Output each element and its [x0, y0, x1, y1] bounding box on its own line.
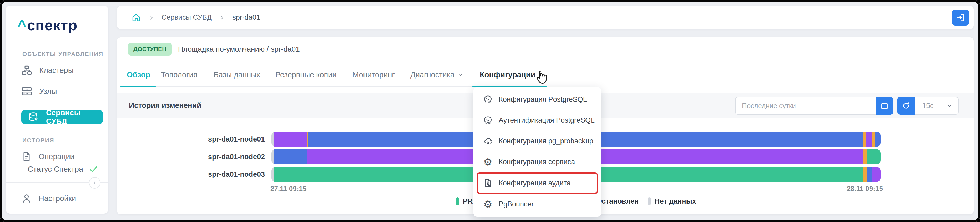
legend-label: Остановлен: [596, 197, 639, 205]
postgresql-icon: [483, 95, 493, 105]
menu-item-pgbouncer[interactable]: ⚙ PgBouncer: [473, 194, 601, 215]
menu-item-postgresql-config[interactable]: Конфигурация PostgreSQL: [473, 89, 601, 110]
tab-topology[interactable]: Топология: [161, 64, 197, 85]
sidebar-item-spectr-status[interactable]: Статус Спектра: [28, 163, 99, 175]
menu-item-label: Конфигурация аудита: [499, 179, 571, 187]
tab-diagnostics[interactable]: Диагностика: [410, 64, 463, 85]
sidebar: ^спектр ОБЪЕКТЫ УПРАВЛЕНИЯ Кластеры Узлы: [6, 6, 108, 214]
tab-monitoring[interactable]: Мониторинг: [352, 64, 395, 85]
breadcrumb-item-db-services[interactable]: Сервисы СУБД: [161, 13, 212, 22]
timeline-segment-purple: [872, 167, 881, 182]
document-icon: [21, 151, 32, 162]
section-label-history: ИСТОРИЯ: [22, 137, 54, 144]
logo-text: спектр: [27, 17, 78, 33]
status-badge: ДОСТУПЕН: [128, 43, 172, 56]
sidebar-item-db-services[interactable]: Сервисы СУБД: [21, 110, 103, 124]
person-icon: [21, 193, 32, 204]
timeline-segment-blue: [867, 167, 872, 182]
timeline-segment-purple: [274, 132, 307, 147]
tab-label: Диагностика: [410, 70, 455, 79]
tab-label: Мониторинг: [352, 70, 395, 79]
timeline-segment-blue: [875, 132, 880, 147]
menu-item-service-config[interactable]: ⚙ Конфигурация сервиса: [473, 152, 601, 172]
legend-swatch-gray: [648, 197, 651, 205]
calendar-icon: [880, 101, 889, 110]
home-icon[interactable]: [132, 13, 141, 22]
sidebar-item-operations[interactable]: Операции: [21, 149, 75, 164]
timeline-segment-orange: [864, 167, 867, 182]
sidebar-collapse-button[interactable]: [89, 177, 100, 189]
app-logo[interactable]: ^спектр: [18, 17, 77, 34]
refresh-icon: [902, 101, 910, 110]
service-panel: ДОСТУПЕН Площадка по-умолчанию / spr-da0…: [117, 37, 974, 214]
logout-button[interactable]: [951, 10, 969, 25]
app-root: ^спектр ОБЪЕКТЫ УПРАВЛЕНИЯ Кластеры Узлы: [0, 0, 980, 222]
menu-item-pg-probackup-config[interactable]: Конфигурация pg_probackup: [473, 131, 601, 152]
chevron-down-icon: [947, 103, 952, 109]
menu-item-label: PgBouncer: [499, 200, 534, 208]
row-label: spr-da01-node01: [151, 132, 265, 147]
tab-label: Обзор: [127, 70, 150, 79]
tab-backups[interactable]: Резервные копии: [275, 64, 336, 85]
nodes-icon: [21, 86, 32, 97]
chevron-down-icon: [458, 72, 463, 77]
row-label: spr-da01-node02: [151, 149, 265, 164]
tab-databases[interactable]: Базы данных: [213, 64, 260, 85]
postgresql-icon: [483, 116, 493, 125]
menu-item-label: Конфигурация pg_probackup: [499, 137, 593, 145]
sidebar-item-label: Кластеры: [39, 66, 74, 75]
sidebar-item-label: Узлы: [39, 87, 57, 96]
timeline-segment-orange: [872, 132, 875, 147]
timeline-segment-blue: [274, 149, 307, 164]
sidebar-item-clusters[interactable]: Кластеры: [21, 63, 74, 78]
section-label-objects: ОБЪЕКТЫ УПРАВЛЕНИЯ: [22, 51, 103, 58]
legend-swatch-green: [456, 197, 459, 205]
menu-item-audit-config[interactable]: Конфигурация аудита: [477, 172, 598, 194]
sidebar-item-nodes[interactable]: Узлы: [21, 84, 57, 98]
cloud-gear-icon: [483, 136, 493, 146]
interval-value: 15с: [922, 102, 934, 110]
tab-label: Резервные копии: [275, 70, 336, 79]
gear-icon: ⚙: [483, 199, 493, 209]
gear-icon: ⚙: [483, 157, 493, 167]
menu-item-label: Конфигурация PostgreSQL: [499, 95, 587, 104]
breadcrumb-item-current: spr-da01: [232, 13, 260, 22]
divider: [6, 37, 108, 37]
sidebar-item-settings[interactable]: Настройки: [21, 191, 76, 206]
timeline-row-labels: spr-da01-node01 spr-da01-node02 spr-da01…: [151, 132, 265, 184]
panel-title: История изменений: [129, 101, 201, 110]
timeline-segment-orange: [863, 132, 866, 147]
chevron-left-icon: [92, 180, 97, 186]
tab-label: Базы данных: [213, 70, 260, 79]
audit-document-icon: [483, 178, 493, 188]
tab-overview[interactable]: Обзор: [127, 64, 150, 85]
login-arrow-icon: [956, 13, 966, 23]
refresh-interval-select[interactable]: 15с: [915, 97, 959, 115]
menu-item-label: Аутентификация PostgreSQL: [499, 116, 595, 124]
active-tab-indicator: [121, 86, 156, 87]
timeline-segment-green: [867, 149, 881, 164]
service-header: ДОСТУПЕН Площадка по-умолчанию / spr-da0…: [128, 43, 300, 56]
timeline-segment-gray: [271, 167, 274, 182]
service-title: Площадка по-умолчанию / spr-da01: [178, 45, 300, 53]
cluster-icon: [21, 65, 32, 76]
timeline-segment-orange: [864, 149, 867, 164]
timeline-segment-gray: [271, 132, 274, 147]
logo-caret-icon: ^: [18, 17, 27, 33]
sidebar-item-label: Операции: [39, 152, 75, 161]
mouse-cursor-icon: [534, 70, 547, 85]
tab-label: Конфигурации: [480, 70, 535, 79]
status-ok-check-icon: [88, 164, 99, 174]
db-service-icon: [28, 111, 39, 122]
sidebar-item-label: Настройки: [39, 194, 76, 203]
time-range-input[interactable]: [735, 97, 876, 115]
calendar-button[interactable]: [876, 97, 893, 115]
axis-start-label: 27.11 09:15: [270, 185, 306, 193]
chevron-right-icon: [148, 15, 154, 21]
timeline-segment-purple: [866, 132, 872, 147]
refresh-button[interactable]: [897, 97, 915, 115]
breadcrumb: Сервисы СУБД spr-da01: [117, 6, 974, 29]
timeline-segment-gray: [271, 149, 274, 164]
menu-item-postgresql-auth[interactable]: Аутентификация PostgreSQL: [473, 110, 601, 131]
configurations-dropdown: Конфигурация PostgreSQL Аутентификация P…: [473, 87, 601, 217]
